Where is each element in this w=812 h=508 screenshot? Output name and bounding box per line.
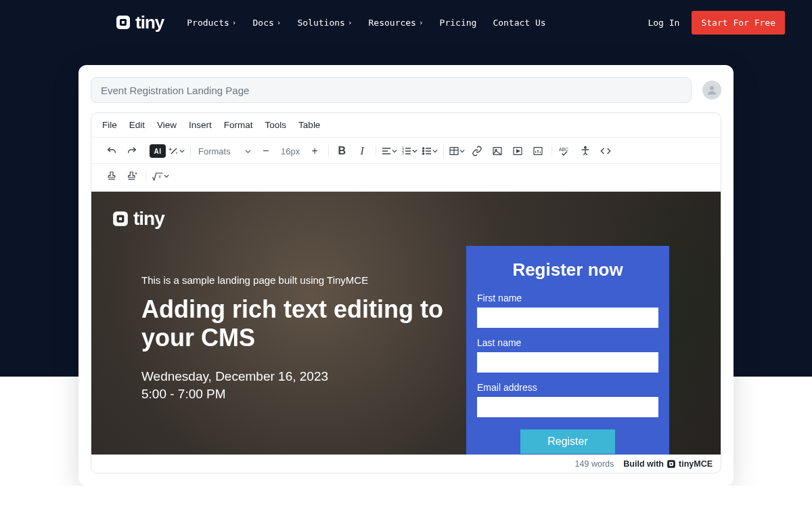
link-icon bbox=[472, 146, 482, 156]
menu-edit[interactable]: Edit bbox=[129, 120, 145, 130]
svg-point-3 bbox=[710, 86, 714, 90]
accessibility-button[interactable] bbox=[576, 142, 595, 161]
accessibility-icon bbox=[580, 146, 591, 156]
built-with-link[interactable]: Build with tinyMCE bbox=[623, 459, 713, 469]
ai-button[interactable]: AI bbox=[150, 144, 166, 158]
chevron-right-icon: › bbox=[419, 18, 424, 27]
canvas-subtitle: This is a sample landing page built usin… bbox=[141, 274, 453, 286]
email-label: Email address bbox=[477, 382, 658, 393]
person-icon bbox=[706, 84, 718, 96]
chevron-down-icon bbox=[179, 148, 185, 154]
stamp-plus-icon bbox=[126, 171, 138, 182]
nav-solutions[interactable]: Solutions› bbox=[297, 18, 352, 28]
bullet-list-button[interactable] bbox=[420, 142, 439, 161]
nav-items: Products› Docs› Solutions› Resources› Pr… bbox=[187, 18, 648, 28]
equation-button[interactable]: x bbox=[151, 167, 170, 186]
statusbar: 149 words Build with tinyMCE bbox=[91, 454, 721, 473]
fontsize-decrease[interactable]: − bbox=[256, 142, 275, 161]
toolbar-row-2: x bbox=[91, 164, 721, 192]
undo-button[interactable] bbox=[102, 142, 121, 161]
top-nav: tiny Products› Docs› Solutions› Resource… bbox=[0, 0, 812, 45]
chart-box-icon bbox=[533, 146, 543, 156]
first-name-label: First name bbox=[477, 293, 658, 303]
chevron-right-icon: › bbox=[277, 18, 281, 27]
magic-button[interactable] bbox=[167, 142, 186, 161]
svg-rect-23 bbox=[671, 463, 672, 465]
login-link[interactable]: Log In bbox=[648, 18, 679, 28]
svg-point-7 bbox=[423, 148, 424, 149]
editor-card: File Edit View Insert Format Tools Table… bbox=[78, 65, 734, 486]
table-button[interactable] bbox=[447, 142, 466, 161]
link-button[interactable] bbox=[468, 142, 487, 161]
register-card: Register now First name Last name Email … bbox=[466, 246, 669, 454]
fontsize-input[interactable]: 16px bbox=[277, 146, 304, 156]
chevron-down-icon bbox=[432, 148, 438, 154]
redo-button[interactable] bbox=[122, 142, 141, 161]
media-button[interactable] bbox=[508, 142, 527, 161]
redo-icon bbox=[127, 146, 137, 156]
nav-pricing[interactable]: Pricing bbox=[440, 18, 477, 28]
menu-format[interactable]: Format bbox=[224, 120, 253, 130]
bold-icon: B bbox=[338, 145, 346, 157]
numbered-list-button[interactable]: 123 bbox=[400, 142, 419, 161]
user-avatar[interactable] bbox=[702, 81, 721, 100]
stamp-icon bbox=[106, 171, 117, 182]
stamp-button[interactable] bbox=[102, 167, 121, 186]
canvas-brand: tiny bbox=[112, 208, 164, 230]
chevron-down-icon bbox=[164, 173, 169, 179]
bold-button[interactable]: B bbox=[332, 142, 351, 161]
menu-insert[interactable]: Insert bbox=[189, 120, 212, 130]
menu-table[interactable]: Table bbox=[298, 120, 320, 130]
register-title: Register now bbox=[477, 259, 658, 280]
italic-icon: I bbox=[361, 145, 364, 157]
chevron-down-icon bbox=[392, 148, 397, 154]
canvas-headline: Adding rich text editing to your CMS bbox=[141, 295, 453, 353]
start-free-button[interactable]: Start For Free bbox=[692, 11, 785, 35]
document-title-input[interactable] bbox=[91, 77, 692, 103]
svg-text:3: 3 bbox=[403, 152, 405, 155]
image-icon bbox=[492, 146, 503, 156]
menu-view[interactable]: View bbox=[157, 120, 177, 130]
register-button[interactable]: Register bbox=[520, 429, 615, 454]
code-button[interactable] bbox=[596, 142, 615, 161]
sqrt-icon: x bbox=[152, 171, 164, 182]
svg-text:x: x bbox=[159, 174, 162, 179]
formats-select[interactable]: Formats bbox=[194, 146, 255, 156]
spellcheck-button[interactable]: ABC bbox=[556, 142, 574, 161]
menu-tools[interactable]: Tools bbox=[265, 120, 287, 130]
wand-icon bbox=[168, 146, 179, 156]
numbered-list-icon: 123 bbox=[401, 146, 412, 156]
align-button[interactable] bbox=[380, 142, 399, 161]
chevron-right-icon: › bbox=[232, 18, 237, 27]
svg-point-9 bbox=[423, 153, 424, 154]
play-box-icon bbox=[512, 146, 523, 156]
undo-icon bbox=[106, 146, 117, 156]
editor-canvas[interactable]: tiny This is a sample landing page built… bbox=[91, 192, 721, 454]
table-icon bbox=[449, 146, 459, 156]
nav-contact[interactable]: Contact Us bbox=[493, 18, 545, 28]
tiny-logo-icon bbox=[667, 459, 676, 469]
pageembed-button[interactable] bbox=[528, 142, 547, 161]
fontsize-increase[interactable]: + bbox=[305, 142, 324, 161]
canvas-date: Wednesday, December 16, 2023 bbox=[141, 369, 453, 384]
nav-products[interactable]: Products› bbox=[187, 18, 236, 28]
italic-button[interactable]: I bbox=[353, 142, 371, 161]
toolbar: AI Formats − 16px + B I 123 bbox=[91, 137, 721, 164]
nav-docs[interactable]: Docs› bbox=[252, 18, 281, 28]
image-button[interactable] bbox=[488, 142, 507, 161]
svg-text:ABC: ABC bbox=[559, 147, 568, 152]
word-count[interactable]: 149 words bbox=[575, 459, 614, 469]
first-name-input[interactable] bbox=[477, 308, 658, 328]
svg-point-16 bbox=[585, 146, 587, 148]
last-name-input[interactable] bbox=[477, 352, 658, 373]
brand-logo[interactable]: tiny bbox=[115, 12, 164, 33]
align-left-icon bbox=[381, 146, 392, 156]
nav-resources[interactable]: Resources› bbox=[369, 18, 424, 28]
svg-rect-20 bbox=[119, 217, 122, 220]
chevron-right-icon: › bbox=[348, 18, 353, 27]
menu-file[interactable]: File bbox=[102, 120, 117, 130]
email-input[interactable] bbox=[477, 397, 658, 417]
tiny-logo-icon bbox=[112, 210, 129, 228]
brand-text: tiny bbox=[135, 12, 164, 33]
stamp-add-button[interactable] bbox=[122, 167, 141, 186]
